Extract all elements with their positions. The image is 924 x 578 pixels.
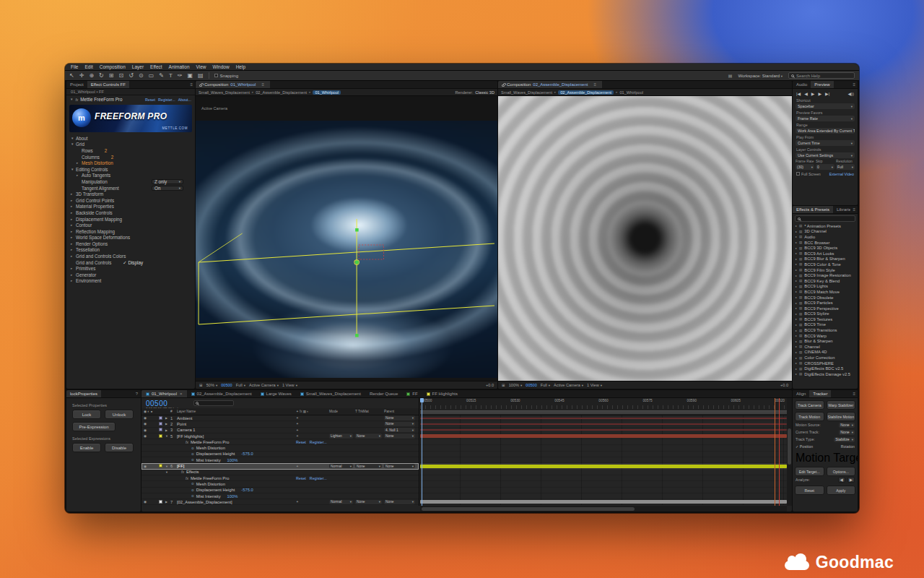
- effect-property-row[interactable]: ▸Environment: [66, 278, 195, 285]
- property-dropdown[interactable]: On▾: [152, 186, 183, 191]
- work-area-bar[interactable]: [420, 410, 787, 414]
- effects-category-bcc9-time[interactable]: ▸▤BCC9 Time: [793, 322, 858, 328]
- expand-arrow-icon[interactable]: ▸: [796, 268, 797, 272]
- parent-column-header[interactable]: Parent: [384, 410, 419, 413]
- expand-arrow-icon[interactable]: ▸: [796, 340, 797, 343]
- expand-arrow-icon[interactable]: ▸: [71, 248, 76, 251]
- play-button[interactable]: ▶: [811, 91, 815, 96]
- effects-category-bcc9-particles[interactable]: ▸▤BCC9 Particles: [793, 300, 858, 306]
- visibility-toggle[interactable]: ◉: [141, 434, 159, 438]
- menu-file[interactable]: File: [71, 64, 78, 69]
- visibility-toggle[interactable]: ◉: [141, 416, 159, 420]
- timeline-tab-02-assemble-displacement[interactable]: 02_Assemble_Displacement: [187, 390, 256, 397]
- stopwatch-icon[interactable]: ⊙: [191, 447, 194, 450]
- grid-options-icon[interactable]: ⊞: [502, 383, 505, 387]
- breadcrumb-01-whirlpool[interactable]: 01_Whirlpool: [619, 90, 643, 95]
- track-type-select[interactable]: Stabilize▾: [834, 437, 855, 442]
- search-help-input[interactable]: Search Help: [788, 72, 855, 79]
- track-motion-button[interactable]: Track Motion: [795, 412, 824, 421]
- parent-select[interactable]: None▾: [384, 434, 415, 439]
- effect-property-row[interactable]: ▸3D Transform: [66, 191, 195, 197]
- pen-tool-icon[interactable]: ✎: [159, 72, 164, 79]
- property-row[interactable]: ⊙Displacement Height-575.0: [141, 488, 419, 493]
- menu-window[interactable]: Window: [213, 64, 230, 69]
- panel-menu-icon[interactable]: ≡: [850, 392, 858, 396]
- selection-tool-icon[interactable]: ↖: [69, 72, 74, 79]
- effects-category-bcc9-color-tone[interactable]: ▸▤BCC9 Color & Tone: [793, 262, 858, 267]
- expand-arrow-icon[interactable]: ▸: [796, 372, 797, 376]
- dolly-camera-tool-icon[interactable]: ⊡: [119, 72, 124, 79]
- property-value[interactable]: 2: [111, 155, 114, 160]
- stopwatch-icon[interactable]: ⊙: [191, 458, 194, 462]
- view-layout-select[interactable]: 1 View▾: [587, 383, 602, 387]
- type-tool-icon[interactable]: T: [169, 72, 173, 79]
- mode-select[interactable]: Normal▾: [329, 500, 353, 505]
- expand-arrow-icon[interactable]: ▸: [796, 334, 797, 337]
- effects-search-input[interactable]: [795, 215, 855, 222]
- expand-arrow-icon[interactable]: ▸: [71, 217, 76, 221]
- timeline-track[interactable]: [420, 493, 787, 499]
- property-value[interactable]: 100%: [227, 458, 238, 462]
- expand-arrow-icon[interactable]: ▸: [796, 274, 797, 277]
- timeline-track[interactable]: [420, 452, 787, 457]
- effects-category-bcc9-3d-objects[interactable]: ▸▤BCC9 3D Objects: [793, 245, 858, 251]
- effects-category-bcc9-perspective[interactable]: ▸▤BCC9 Perspective: [793, 306, 858, 311]
- collapse-arrow-icon[interactable]: ▼: [71, 168, 76, 171]
- expand-arrow-icon[interactable]: ▸: [71, 267, 76, 270]
- timeline-tab-large-waves[interactable]: Large Waves: [256, 390, 296, 397]
- expand-arrow-icon[interactable]: ▸: [796, 350, 797, 354]
- effects-category-bcc9-match-move[interactable]: ▸▤BCC9 Match Move: [793, 289, 858, 295]
- brush-tool-icon[interactable]: ✑: [178, 72, 183, 79]
- exposure-value[interactable]: +0.0: [780, 383, 788, 387]
- expand-arrow-icon[interactable]: ▸: [796, 306, 797, 310]
- previous-frame-button[interactable]: ◀: [804, 91, 808, 96]
- breadcrumb-01-whirlpool[interactable]: 01_Whirlpool: [313, 90, 341, 95]
- effects-category-digieffects-bdc-v2-5[interactable]: ▸▤DigiEffects BDC v2.5: [793, 366, 858, 371]
- timeline-tab-01-whirlpool[interactable]: 01_Whirlpool×: [141, 390, 187, 397]
- effects-category-bcc9-transitions[interactable]: ▸▤BCC9 Transitions: [793, 327, 858, 333]
- exposure-value[interactable]: +0.0: [486, 383, 494, 387]
- tab-tracker[interactable]: Tracker: [809, 390, 831, 397]
- tab-lock-properties[interactable]: lockProperties: [66, 390, 101, 397]
- rotation-checkbox[interactable]: Rotation: [841, 444, 855, 449]
- effect-property-row[interactable]: ▸Reflection Mapping: [66, 228, 195, 235]
- expand-arrow-icon[interactable]: ▶: [165, 422, 170, 426]
- timeline-tab-small-waves-displacement[interactable]: Small_Waves_Displacement: [296, 390, 365, 397]
- effects-category-bcc9-warp[interactable]: ▸▤BCC9 Warp: [793, 333, 858, 339]
- effects-category-bcc9-stylize[interactable]: ▸▤BCC9 Stylize: [793, 311, 858, 317]
- label-color-chip[interactable]: [159, 500, 162, 504]
- timeline-tab-render-queue[interactable]: Render Queue: [365, 390, 402, 397]
- expand-arrow-icon[interactable]: ▸: [77, 161, 82, 165]
- pan-camera-tool-icon[interactable]: ⊞: [109, 72, 114, 79]
- panel-menu-icon[interactable]: ≡: [591, 82, 598, 87]
- property-row[interactable]: fxMettle FreeForm ProResetRegister...: [141, 439, 419, 445]
- expand-arrow-icon[interactable]: ▸: [796, 367, 797, 371]
- effect-property-row[interactable]: Rows2: [66, 147, 195, 154]
- preview-preview-favors-select[interactable]: Frame Rate▾: [796, 116, 855, 121]
- property-row[interactable]: fxMettle FreeForm ProResetRegister...: [141, 475, 419, 481]
- edit-target-button[interactable]: Edit Target...: [795, 467, 824, 476]
- effect-property-row[interactable]: Grid and Controls✓ Display: [66, 259, 195, 266]
- mode-select[interactable]: Lighten▾: [329, 434, 353, 439]
- expand-arrow-icon[interactable]: ▶: [165, 500, 170, 504]
- property-value[interactable]: -575.0: [241, 452, 253, 456]
- effect-property-row[interactable]: ▸Auto Tangents: [66, 173, 195, 179]
- effect-property-row[interactable]: Tangent AlignmentOn▾: [66, 185, 195, 191]
- stopwatch-icon[interactable]: ⊙: [191, 488, 194, 492]
- effects-category-blur-sharpen[interactable]: ▸▤Blur & Sharpen: [793, 338, 858, 344]
- preview-range-select[interactable]: Work Area Extended By Current Ti▾: [796, 128, 855, 134]
- effect-property-row[interactable]: ▸Backside Controls: [66, 210, 195, 216]
- panel-menu-icon[interactable]: ≡: [850, 207, 858, 212]
- tab-align[interactable]: Align: [793, 390, 809, 397]
- anchor-point-tool-icon[interactable]: ⊙: [139, 72, 144, 79]
- next-frame-button[interactable]: ▶: [818, 91, 821, 96]
- mask-tool-icon[interactable]: ▭: [149, 72, 154, 79]
- snapping-checkbox[interactable]: [214, 74, 218, 77]
- reset-button[interactable]: Reset: [795, 486, 824, 495]
- effects-category-bcc9-blur-sharpen[interactable]: ▸▤BCC9 Blur & Sharpen: [793, 256, 858, 262]
- layer-duration-bar[interactable]: [420, 423, 787, 425]
- expand-arrow-icon[interactable]: ▸: [796, 230, 797, 233]
- collapse-arrow-icon[interactable]: ▼: [70, 98, 73, 101]
- lock-button[interactable]: Lock: [72, 410, 101, 419]
- expand-arrow-icon[interactable]: ▸: [71, 223, 76, 227]
